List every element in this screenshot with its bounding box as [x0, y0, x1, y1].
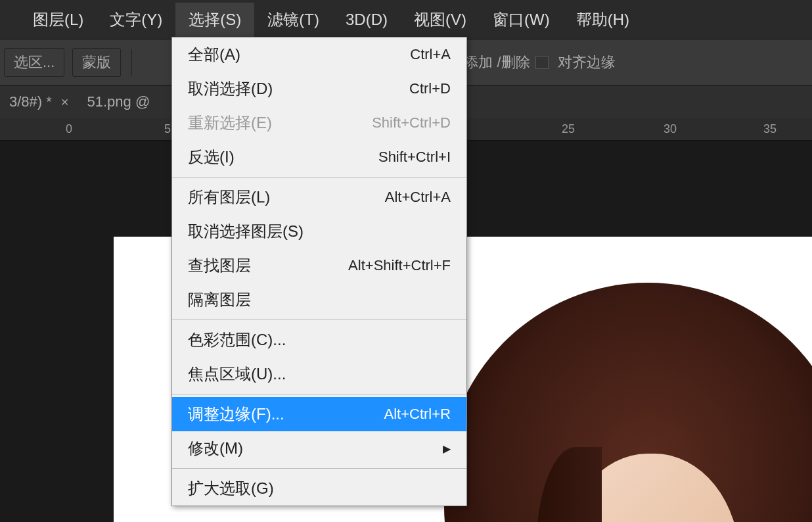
select-menu-dropdown: 全部(A) Ctrl+A 取消选择(D) Ctrl+D 重新选择(E) Shif…	[171, 37, 467, 506]
menubar: 图层(L) 文字(Y) 选择(S) 滤镜(T) 3D(D) 视图(V) 窗口(W…	[0, 0, 812, 39]
menu-reselect: 重新选择(E) Shift+Ctrl+D	[172, 106, 466, 140]
document-tab-1[interactable]: 3/8#) * ×	[0, 87, 78, 117]
align-edges-checkbox[interactable]	[535, 56, 549, 69]
ruler-tick: 5	[164, 122, 171, 136]
tab-2-title: 51.png @	[87, 93, 150, 110]
menu-filter[interactable]: 滤镜(T)	[254, 3, 332, 37]
menu-type[interactable]: 文字(Y)	[97, 3, 175, 37]
menu-item-shortcut: Shift+Ctrl+I	[378, 149, 451, 166]
menu-item-label: 重新选择(E)	[188, 112, 372, 133]
menu-separator	[172, 468, 466, 469]
menu-item-shortcut: Alt+Ctrl+R	[384, 406, 451, 423]
menu-help[interactable]: 帮助(H)	[563, 3, 643, 37]
menu-all-layers[interactable]: 所有图层(L) Alt+Ctrl+A	[172, 180, 466, 214]
menu-deselect[interactable]: 取消选择(D) Ctrl+D	[172, 72, 466, 106]
menu-inverse[interactable]: 反选(I) Shift+Ctrl+I	[172, 140, 466, 174]
menu-separator	[172, 320, 466, 320]
menu-isolate-layers[interactable]: 隔离图层	[172, 283, 466, 317]
menu-item-shortcut: Ctrl+D	[409, 80, 451, 97]
toolbar-separator	[131, 49, 132, 76]
menu-item-label: 所有图层(L)	[188, 187, 385, 208]
menu-3d[interactable]: 3D(D)	[332, 4, 401, 36]
ruler-tick: 35	[763, 122, 777, 136]
menu-item-label: 取消选择图层(S)	[188, 221, 451, 242]
menu-focus-area[interactable]: 焦点区域(U)...	[172, 357, 466, 391]
ruler-tick: 30	[664, 122, 677, 136]
menu-item-shortcut: Alt+Ctrl+A	[385, 189, 451, 206]
menu-separator	[172, 394, 466, 394]
menu-window[interactable]: 窗口(W)	[480, 3, 563, 37]
portrait-image	[444, 283, 812, 522]
menu-item-label: 隔离图层	[188, 289, 451, 310]
selection-button[interactable]: 选区...	[4, 48, 64, 77]
menu-item-label: 调整边缘(F)...	[188, 404, 384, 425]
menu-select[interactable]: 选择(S)	[175, 3, 254, 37]
menu-find-layers[interactable]: 查找图层 Alt+Shift+Ctrl+F	[172, 249, 466, 283]
menu-modify[interactable]: 修改(M) ▶	[172, 431, 466, 465]
menu-select-all[interactable]: 全部(A) Ctrl+A	[172, 37, 466, 72]
menu-item-label: 色彩范围(C)...	[188, 329, 451, 350]
menu-item-label: 扩大选取(G)	[188, 478, 451, 499]
tab-1-title: 3/8#) *	[9, 93, 52, 110]
menu-item-shortcut: Shift+Ctrl+D	[372, 114, 451, 131]
menu-deselect-layers[interactable]: 取消选择图层(S)	[172, 214, 466, 249]
menu-layers[interactable]: 图层(L)	[20, 3, 97, 37]
ruler-tick: 0	[66, 122, 72, 136]
document-tab-2[interactable]: 51.png @	[78, 87, 160, 117]
align-edges-label: 对齐边缘	[558, 53, 616, 72]
menu-grow[interactable]: 扩大选取(G)	[172, 471, 466, 506]
submenu-arrow-icon: ▶	[443, 442, 451, 455]
menu-item-label: 焦点区域(U)...	[188, 364, 451, 385]
menu-item-shortcut: Alt+Shift+Ctrl+F	[348, 257, 451, 274]
menu-item-label: 全部(A)	[188, 44, 410, 65]
close-icon[interactable]: ×	[61, 95, 69, 110]
menu-item-label: 查找图层	[188, 255, 348, 276]
mask-button[interactable]: 蒙版	[72, 48, 121, 77]
menu-refine-edge[interactable]: 调整边缘(F)... Alt+Ctrl+R	[172, 397, 466, 431]
menu-view[interactable]: 视图(V)	[401, 3, 480, 37]
menu-item-label: 取消选择(D)	[188, 78, 409, 99]
menu-item-shortcut: Ctrl+A	[410, 46, 451, 63]
menu-separator	[172, 177, 466, 178]
menu-item-label: 修改(M)	[188, 438, 443, 459]
menu-color-range[interactable]: 色彩范围(C)...	[172, 323, 466, 357]
menu-item-label: 反选(I)	[188, 147, 378, 168]
ruler-tick: 25	[562, 122, 575, 136]
